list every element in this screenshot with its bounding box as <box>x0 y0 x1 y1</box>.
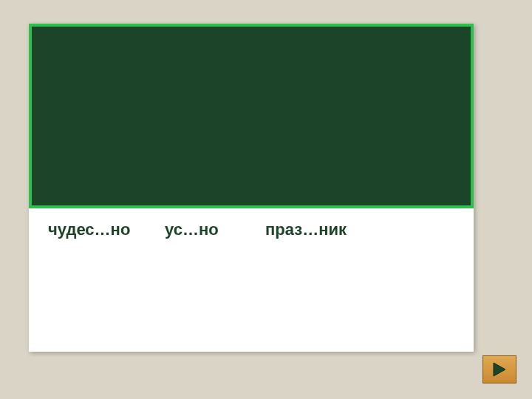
word-option-1[interactable]: чудес…но <box>48 219 144 241</box>
svg-marker-0 <box>494 363 505 376</box>
word-option-3[interactable]: праз…ник <box>265 219 361 241</box>
words-row: чудес…но ус…но праз…ник <box>29 219 474 241</box>
word-option-2[interactable]: ус…но <box>165 219 239 241</box>
chalkboard <box>29 24 474 208</box>
play-icon <box>492 361 507 378</box>
quiz-card: чудес…но ус…но праз…ник <box>29 24 474 352</box>
next-button[interactable] <box>482 355 516 383</box>
